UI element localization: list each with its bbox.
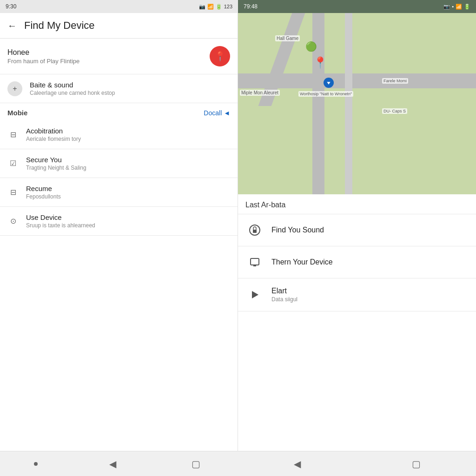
map-pin-green: 🟢 [305,41,317,52]
menu-sub-2: Feposdullonts [26,193,61,200]
menu-item-1[interactable]: ☑ Secure You Tragting Neight & Saling [0,149,238,178]
action-icon-0 [247,223,262,238]
last-known-header: Last Ar-bata [238,194,476,214]
bottom-nav-left: ◀ ▢ [0,451,238,476]
action-content-0: Find You Sound [271,226,324,234]
device-subtitle: From haum of Play Flintipe [7,58,210,65]
action-icon-2 [247,287,262,302]
map-pin-blue [323,77,334,88]
right-panel: Hall Game Miple Mon Aleuret Worthosip "N… [238,13,476,451]
menu-icon-0: ⊟ [7,129,19,140]
map-label-farele: Farele Momi [382,78,408,84]
menu-sub-0: Aericale fiomesim tory [26,136,81,142]
menu-content-3: Use Device Sruup is taxte is ahlearneed [26,213,95,229]
time-right: 79:48 [244,3,258,10]
device-item[interactable]: Honee From haum of Play Flintipe 📍 [0,39,238,74]
menu-title-2: Recume [26,185,61,192]
action-item-1[interactable]: Thern Your Device [238,246,476,278]
back-button[interactable]: ← [7,20,17,31]
status-icons-left: 📷 📶 🔋 123 [199,4,232,10]
status-bar-right: 79:48 📷 • 📶 🔋 [238,0,476,13]
device-info: Honee From haum of Play Flintipe [7,48,210,65]
status-icons-right: 📷 • 📶 🔋 [443,4,470,10]
action-title-0: Find You Sound [271,226,324,234]
sound-item[interactable]: + Baite & sound Caleerlage une carned ho… [0,74,238,103]
road-vertical-2 [345,13,352,194]
device-pin-icon: 📍 [210,46,230,66]
action-item-2[interactable]: Elart Data siigul [238,278,476,311]
section-link[interactable]: Docall ◄ [204,109,230,117]
sound-subtitle: Caleerlage une carned honk estop [30,90,115,96]
nav-back-left[interactable]: ◀ [106,455,120,473]
map-pin-red: 📍 [315,57,326,68]
time-left: 9:30 [6,3,16,10]
nav-home-left[interactable]: ▢ [188,455,204,473]
map-background: Hall Game Miple Mon Aleuret Worthosip "N… [238,13,476,194]
svg-rect-4 [251,258,259,265]
action-title-2: Elart [271,287,298,295]
menu-content-2: Recume Feposdullonts [26,185,61,200]
map-label-worthosip: Worthosip "Natt to Wronetn" [298,91,353,97]
menu-icon-1: ☑ [7,158,19,169]
page-title: Find My Device [24,20,95,32]
action-item-0[interactable]: Find You Sound [238,214,476,246]
menu-item-2[interactable]: ⊟ Recume Feposdullonts [0,178,238,207]
menu-item-0[interactable]: ⊟ Acobitration Aericale fiomesim tory [0,120,238,149]
action-sub-2: Data siigul [271,296,298,303]
map-label-caps: DU- Caps S [382,108,407,114]
status-bar-left: 9:30 📷 📶 🔋 123 [0,0,238,13]
nav-back-right[interactable]: ◀ [290,455,304,473]
map-label-hall-game: Hall Game [275,35,300,41]
menu-content-1: Secure You Tragting Neight & Saling [26,156,86,171]
action-content-2: Elart Data siigul [271,287,298,303]
action-content-1: Thern Your Device [271,258,333,266]
map-area[interactable]: Hall Game Miple Mon Aleuret Worthosip "N… [238,13,476,194]
device-name: Honee [7,48,210,57]
menu-sub-3: Sruup is taxte is ahlearneed [26,222,95,229]
section-header: Mobie Docall ◄ [0,103,238,120]
menu-icon-3: ⊙ [7,216,19,227]
menu-item-3[interactable]: ⊙ Use Device Sruup is taxte is ahlearnee… [0,207,238,236]
menu-content-0: Acobitration Aericale fiomesim tory [26,127,81,142]
nav-home-right[interactable]: ▢ [408,455,424,473]
app-header: ← Find My Device [0,13,238,39]
menu-icon-2: ⊟ [7,187,19,198]
sound-info: Baite & sound Caleerlage une carned honk… [30,81,115,96]
sound-title: Baite & sound [30,81,115,89]
left-panel: ← Find My Device Honee From haum of Play… [0,13,238,451]
map-label-miple: Miple Mon Aleuret [240,90,280,96]
action-title-1: Thern Your Device [271,258,333,266]
sound-icon: + [7,81,22,96]
nav-dot-left [34,462,38,466]
svg-marker-7 [252,291,258,298]
menu-title-1: Secure You [26,156,86,164]
svg-rect-3 [253,230,257,233]
section-title: Mobie [7,109,27,117]
bottom-nav-right: ◀ ▢ [238,451,476,476]
menu-sub-1: Tragting Neight & Saling [26,165,86,171]
menu-title-0: Acobitration [26,127,81,135]
action-icon-1 [247,255,262,270]
menu-title-3: Use Device [26,213,95,221]
